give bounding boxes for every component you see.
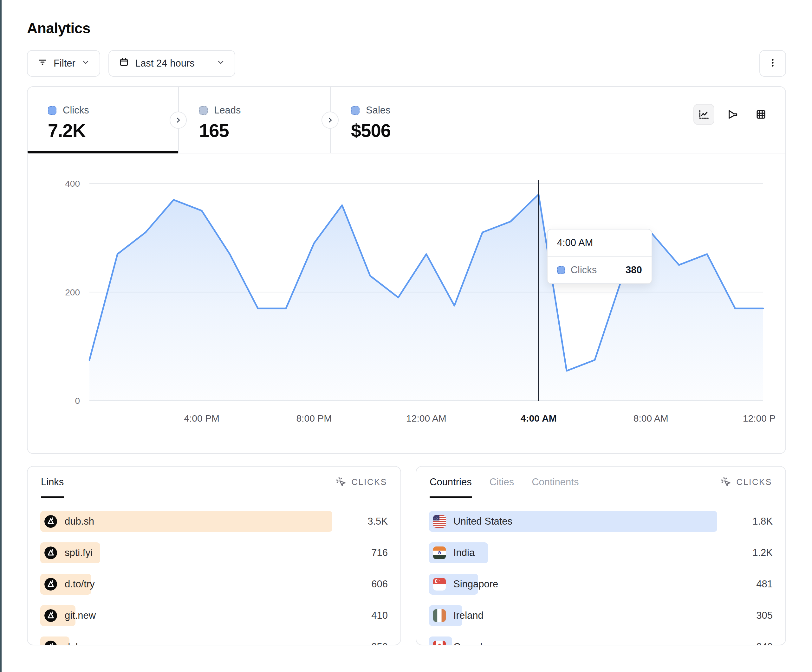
links-metric-label: CLICKS [351,478,387,487]
tooltip-value: 380 [626,264,642,276]
country-row-content: Singapore [429,574,498,595]
date-range-button[interactable]: Last 24 hours [108,50,235,77]
country-value: 305 [756,605,773,626]
link-row[interactable]: d.to/try606 [40,574,388,595]
more-options-button[interactable] [759,50,786,77]
country-row[interactable]: Singapore481 [429,574,773,595]
country-row[interactable]: United States1.8K [429,511,773,532]
clicks-tab-label: Clicks [63,105,89,116]
toolbar: Filter Last 24 hours [27,50,786,77]
expand-leads-button[interactable] [321,112,339,129]
country-row-content: Canada [429,636,488,645]
cities-tab-label: Cities [490,476,514,488]
india-flag-icon [433,546,446,559]
clicks-swatch-icon [557,266,565,274]
clicks-timeseries-chart[interactable]: 02004004:00 PM8:00 PM12:00 AM4:00 AM8:00… [37,154,776,454]
chart-tooltip: 4:00 AM Clicks 380 [547,229,652,284]
tab-cities[interactable]: Cities [490,467,514,498]
tab-links[interactable]: Links [41,467,64,498]
link-label: dub.co [65,641,94,645]
analytics-page: Analytics Filter Last 24 hours [27,0,786,672]
country-value: 240 [756,636,773,645]
country-row[interactable]: India1.2K [429,542,773,563]
countries-tab-label: Countries [430,476,472,488]
link-row[interactable]: dub.sh3.5K [40,511,388,532]
x-axis-tick: 4:00 AM [520,413,557,423]
country-row-content: India [429,542,475,563]
filter-button[interactable]: Filter [27,50,100,77]
in-flag-icon [433,546,446,559]
link-row-content: dub.co [40,636,94,645]
link-row[interactable]: spti.fyi716 [40,542,388,563]
link-value: 716 [371,542,388,563]
screen-left-edge [0,0,2,672]
date-range-label: Last 24 hours [135,58,194,69]
tab-countries[interactable]: Countries [430,467,472,498]
country-row-content: Ireland [429,605,483,626]
stats-tabs: Clicks 7.2K Leads 165 Sales $506 [27,87,785,154]
cursor-click-icon [336,476,347,488]
tab-clicks[interactable]: Clicks 7.2K [27,87,178,153]
sales-tab-label: Sales [366,105,391,116]
dub-logo-icon [44,578,57,590]
continents-tab-label: Continents [532,476,578,488]
y-axis-tick: 400 [65,179,80,189]
chart-view-switcher [693,104,771,125]
chart-canvas[interactable]: 02004004:00 PM8:00 PM12:00 AM4:00 AM8:00… [37,154,776,454]
chevron-right-icon [174,116,182,124]
sg-flag-icon [433,578,446,590]
y-axis-tick: 200 [65,288,80,297]
link-row[interactable]: dub.co350 [40,636,388,645]
funnel-chart-icon [727,108,739,121]
kebab-menu-icon [767,57,778,70]
country-label: Ireland [454,610,483,621]
singapore-flag-icon [433,578,446,590]
country-label: Canada [454,641,488,645]
tooltip-series-label: Clicks [571,264,597,276]
clicks-swatch-icon [48,106,56,115]
expand-clicks-button[interactable] [170,112,187,129]
table-grid-icon [755,108,767,121]
countries-metric-selector[interactable]: CLICKS [720,476,772,488]
table-view-button[interactable] [751,104,771,125]
link-label: spti.fyi [65,547,92,559]
link-row-content: spti.fyi [40,542,92,563]
links-panel-header: Links CLICKS [27,467,401,498]
line-chart-view-button[interactable] [693,104,714,125]
country-label: United States [454,516,512,527]
filter-icon [37,57,48,70]
x-axis-tick: 8:00 PM [296,413,332,423]
tab-leads[interactable]: Leads 165 [178,87,330,153]
countries-metric-label: CLICKS [736,478,772,487]
funnel-chart-view-button[interactable] [722,104,743,125]
x-axis-tick: 12:00 PM [743,413,776,423]
leads-swatch-icon [199,106,208,115]
country-label: Singapore [454,578,498,590]
links-metric-selector[interactable]: CLICKS [336,476,387,488]
tooltip-time: 4:00 AM [548,230,652,257]
area-fill [89,194,763,401]
link-label: d.to/try [65,578,95,590]
dub-logo-icon [44,515,57,528]
link-row[interactable]: git.new410 [40,605,388,626]
link-value: 3.5K [367,511,388,532]
dub-logo-icon [44,641,57,645]
country-value: 1.2K [752,542,773,563]
dub-logo-icon [44,578,57,590]
countries-panel: Countries Cities Continents CLICKS U [416,466,786,645]
filter-button-label: Filter [54,58,75,69]
link-value: 606 [371,574,388,595]
links-tab-label: Links [41,476,64,488]
ie-flag-icon [433,609,446,622]
us-flag-icon [433,515,446,528]
calendar-icon [119,57,130,70]
tab-continents[interactable]: Continents [532,467,578,498]
country-row[interactable]: Ireland305 [429,605,773,626]
chevron-down-icon [81,58,90,69]
dub-logo-icon [44,609,57,622]
country-row[interactable]: Canada240 [429,636,773,645]
x-axis-tick: 8:00 AM [633,413,669,423]
country-row-content: United States [429,511,512,532]
ca-flag-icon [433,641,446,645]
clicks-tab-value: 7.2K [48,120,178,141]
